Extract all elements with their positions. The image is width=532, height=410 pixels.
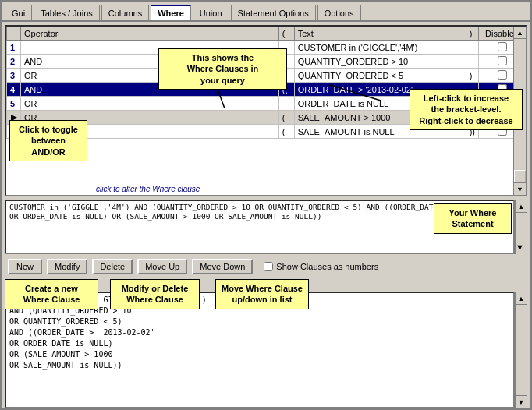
sql-lower-line-1: WHERE CUSTOMER in ('GIGGLE','GOGGLE','4M…: [9, 295, 510, 306]
tab-gui[interactable]: Gui: [5, 5, 32, 20]
disabled-checkbox-4[interactable]: [498, 84, 507, 94]
tab-where[interactable]: Where: [151, 5, 191, 20]
disabled-checkbox-arrow[interactable]: [498, 112, 507, 122]
lower-scrollbar[interactable]: ▲ ▼: [515, 292, 527, 408]
tab-union[interactable]: Union: [193, 5, 229, 20]
show-clauses-container: Show Clauses as numbers: [264, 262, 378, 271]
where-table-panel: Operator ( Text ) Disabled 1 CUSTOMER in…: [5, 25, 527, 196]
disabled-checkbox-3[interactable]: [498, 70, 507, 80]
sql-lower-line-3: OR QUANTITY_ORDERED < 5): [9, 316, 510, 327]
sql-scrollbar[interactable]: ▲ ▼: [515, 200, 527, 254]
where-table: Operator ( Text ) Disabled 1 CUSTOMER in…: [6, 27, 526, 139]
disabled-checkbox-1[interactable]: [498, 42, 507, 51]
table-row[interactable]: 5 OR ORDER_DATE is NULL ): [7, 97, 526, 111]
delete-button[interactable]: Delete: [92, 259, 133, 274]
table-row[interactable]: 6 OR ( SALE_AMOUNT is NULL )): [7, 125, 526, 139]
tab-statement-options[interactable]: Statement Options: [231, 5, 316, 20]
tab-bar: Gui Tables / Joins Columns Where Union S…: [2, 2, 530, 22]
sql-label: SQL: [5, 279, 527, 292]
table-row-arrow[interactable]: ▶ OR ( SALE_AMOUNT > 1000: [7, 111, 526, 125]
disabled-checkbox-5[interactable]: [498, 98, 507, 108]
disabled-checkbox-6[interactable]: [498, 126, 507, 136]
show-clauses-checkbox[interactable]: [264, 262, 273, 271]
tab-tables-joins[interactable]: Tables / Joins: [34, 5, 100, 20]
col-header-open[interactable]: (: [278, 27, 294, 41]
col-header-text[interactable]: Text: [294, 27, 466, 41]
disabled-checkbox-2[interactable]: [498, 56, 507, 65]
table-row[interactable]: 1 CUSTOMER in ('GIGGLE','4M'): [7, 41, 526, 55]
col-header-num: [7, 27, 21, 41]
sql-lower-line-5: OR ORDER_DATE is NULL): [9, 338, 510, 349]
table-row[interactable]: 2 AND ( QUANTITY_ORDERED > 10: [7, 55, 526, 69]
sql-lower-panel[interactable]: WHERE CUSTOMER in ('GIGGLE','GOGGLE','4M…: [5, 292, 515, 408]
modify-button[interactable]: Modify: [47, 259, 87, 274]
move-down-button[interactable]: Move Down: [192, 259, 253, 274]
sql-lower-line-6: OR (SALE_AMOUNT > 1000: [9, 349, 510, 360]
scrollbar[interactable]: ▲ ▼: [513, 27, 526, 195]
show-clauses-label: Show Clauses as numbers: [276, 262, 378, 271]
alter-hint: click to alter the Where clause: [96, 185, 200, 193]
sql-lower-line-7: OR SALE_AMOUNT is NULL)): [9, 360, 510, 371]
tab-options[interactable]: Options: [317, 5, 361, 20]
tab-columns[interactable]: Columns: [101, 5, 149, 20]
move-up-button[interactable]: Move Up: [137, 259, 187, 274]
sql-lower-line-2: AND (QUANTITY_ORDERED > 10: [9, 306, 510, 316]
col-header-operator[interactable]: Operator: [21, 27, 279, 41]
main-container: Operator ( Text ) Disabled 1 CUSTOMER in…: [2, 22, 530, 410]
col-header-close[interactable]: ): [466, 27, 478, 41]
new-button[interactable]: New: [8, 259, 42, 274]
sql-statement-area[interactable]: CUSTOMER in ('GIGGLE','4M') AND (QUANTIT…: [5, 200, 515, 254]
table-row[interactable]: 3 OR QUANTITY_ORDERED < 5 ): [7, 69, 526, 83]
table-row[interactable]: 4 AND (( ORDER_DATE > '2013-02-02': [7, 83, 526, 97]
buttons-row: New Modify Delete Move Up Move Down Show…: [5, 257, 527, 276]
sql-statement-container: CUSTOMER in ('GIGGLE','4M') AND (QUANTIT…: [5, 200, 527, 254]
sql-lower-container: SQL WHERE CUSTOMER in ('GIGGLE','GOGGLE'…: [5, 279, 527, 408]
sql-lower-line-4: AND ((ORDER_DATE > '2013-02-02': [9, 327, 510, 338]
